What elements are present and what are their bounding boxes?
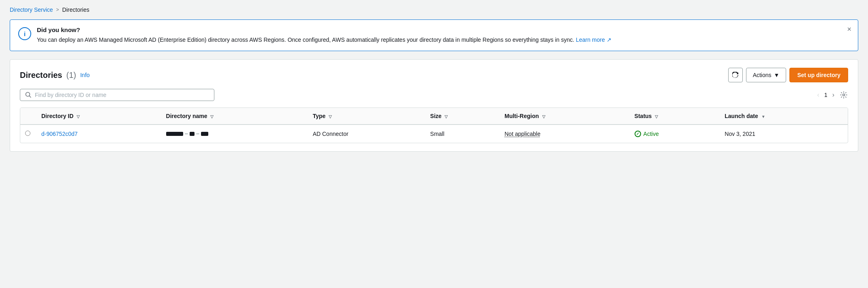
status-icon: ✓ bbox=[635, 131, 641, 137]
svg-point-2 bbox=[843, 94, 845, 96]
table-row: d-906752c0d7 AD Connector bbox=[20, 125, 848, 143]
mask-line-1 bbox=[185, 133, 188, 134]
table-header-size[interactable]: Size ▽ bbox=[424, 108, 498, 125]
banner-close-button[interactable]: × bbox=[847, 26, 851, 33]
directory-id-cell: d-906752c0d7 bbox=[35, 125, 160, 143]
row-radio-cell bbox=[20, 125, 35, 143]
mask-block-3 bbox=[201, 132, 208, 136]
directory-size-cell: Small bbox=[424, 125, 498, 143]
directory-name-cell bbox=[160, 125, 306, 143]
status-active: ✓ Active bbox=[635, 131, 712, 137]
refresh-icon bbox=[732, 72, 739, 78]
info-banner: i Did you know? You can deploy an AWS Ma… bbox=[10, 19, 858, 51]
table-header-type[interactable]: Type ▽ bbox=[306, 108, 424, 125]
info-link[interactable]: Info bbox=[80, 72, 90, 78]
setup-directory-button[interactable]: Set up directory bbox=[789, 68, 848, 82]
directory-status-cell: ✓ Active bbox=[628, 125, 718, 143]
info-banner-title: Did you know? bbox=[37, 26, 850, 33]
directory-launch-date-cell: Nov 3, 2021 bbox=[718, 125, 848, 143]
sort-icon-name: ▽ bbox=[210, 114, 214, 119]
table-settings-button[interactable] bbox=[839, 90, 848, 99]
sort-icon-size: ▽ bbox=[445, 114, 448, 119]
refresh-button[interactable] bbox=[728, 68, 743, 82]
sort-icon-id: ▽ bbox=[77, 114, 80, 119]
directory-type-cell: AD Connector bbox=[306, 125, 424, 143]
multi-region-value: Not applicable bbox=[505, 131, 541, 137]
directory-multi-region-cell: Not applicable bbox=[498, 125, 628, 143]
breadcrumb-service-link[interactable]: Directory Service bbox=[10, 6, 53, 13]
sort-icon-type: ▽ bbox=[329, 114, 332, 119]
sort-icon-multi-region: ▽ bbox=[542, 114, 545, 119]
page-number: 1 bbox=[824, 92, 827, 98]
table-header-row: Directory ID ▽ Directory name ▽ Type ▽ bbox=[20, 108, 848, 125]
masked-directory-name bbox=[166, 132, 300, 136]
directory-id-link[interactable]: d-906752c0d7 bbox=[41, 131, 78, 137]
row-radio-input[interactable] bbox=[25, 131, 30, 136]
pagination-row: ‹ 1 › bbox=[816, 90, 848, 99]
table-header-status[interactable]: Status ▽ bbox=[628, 108, 718, 125]
card-actions: Actions ▼ Set up directory bbox=[728, 68, 848, 82]
directories-card: Directories (1) Info Actions ▼ Set up di… bbox=[10, 59, 858, 152]
search-row: ‹ 1 › bbox=[20, 89, 848, 101]
card-count: (1) bbox=[66, 71, 76, 80]
table-header-directory-id[interactable]: Directory ID ▽ bbox=[35, 108, 160, 125]
next-page-button[interactable]: › bbox=[831, 90, 836, 99]
card-title-group: Directories (1) Info bbox=[20, 71, 90, 80]
info-icon: i bbox=[18, 27, 31, 40]
breadcrumb-separator: > bbox=[56, 7, 59, 13]
breadcrumb-current: Directories bbox=[62, 6, 90, 13]
chevron-down-icon: ▼ bbox=[774, 72, 780, 78]
svg-line-1 bbox=[29, 96, 31, 97]
card-title: Directories bbox=[20, 71, 62, 80]
card-header: Directories (1) Info Actions ▼ Set up di… bbox=[20, 68, 848, 82]
learn-more-link[interactable]: Learn more ↗ bbox=[576, 37, 611, 43]
prev-page-button[interactable]: ‹ bbox=[816, 90, 821, 99]
table-header-directory-name[interactable]: Directory name ▽ bbox=[160, 108, 306, 125]
gear-icon bbox=[840, 91, 847, 99]
info-banner-text: You can deploy an AWS Managed Microsoft … bbox=[37, 36, 850, 44]
info-banner-content: Did you know? You can deploy an AWS Mana… bbox=[37, 26, 850, 44]
search-box bbox=[20, 89, 214, 101]
search-input[interactable] bbox=[35, 92, 209, 98]
sort-icon-status: ▽ bbox=[655, 114, 658, 119]
search-icon bbox=[25, 92, 32, 98]
table-header-multi-region[interactable]: Multi-Region ▽ bbox=[498, 108, 628, 125]
sort-icon-launch-date: ▼ bbox=[761, 114, 765, 119]
mask-block-1 bbox=[166, 132, 183, 136]
table-header-select bbox=[20, 108, 35, 125]
breadcrumb: Directory Service > Directories bbox=[10, 6, 858, 13]
mask-line-2 bbox=[196, 133, 199, 134]
directories-table: Directory ID ▽ Directory name ▽ Type ▽ bbox=[20, 107, 848, 143]
actions-button[interactable]: Actions ▼ bbox=[746, 68, 787, 82]
table-header-launch-date[interactable]: Launch date ▼ bbox=[718, 108, 848, 125]
mask-block-2 bbox=[190, 132, 195, 136]
